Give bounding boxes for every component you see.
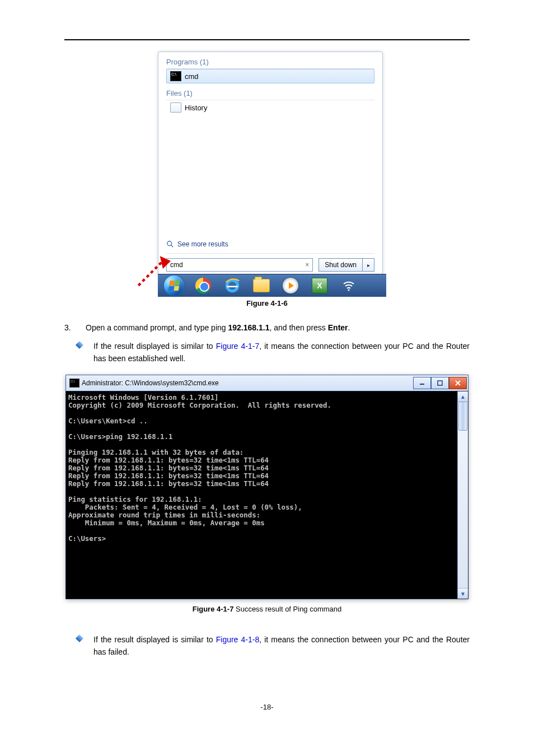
svg-point-3 (348, 290, 350, 291)
step-number: 3. (64, 323, 72, 332)
taskbar: X (158, 274, 386, 297)
bullet-success: If the result displayed is similar to Fi… (64, 340, 470, 365)
taskbar-ie-button[interactable] (218, 276, 246, 295)
start-menu-panel: Programs (1) cmd Files (1) History (158, 52, 383, 277)
folder-icon (253, 279, 270, 292)
taskbar-media-player-button[interactable] (277, 276, 305, 295)
minimize-button[interactable] (413, 377, 431, 389)
close-button[interactable] (449, 377, 467, 389)
svg-rect-7 (438, 381, 442, 385)
minimize-icon (419, 380, 425, 386)
start-menu-search-input[interactable]: cmd × (166, 258, 313, 272)
excel-icon: X (312, 278, 327, 293)
page-number: -18- (34, 703, 500, 711)
scroll-down-icon[interactable]: ▼ (458, 588, 468, 599)
cmd-title-text: Administrator: C:\Windows\system32\cmd.e… (79, 379, 413, 387)
step-text: Open a command prompt, and type ping 192… (86, 323, 350, 332)
figure-4-1-8-link[interactable]: Figure 4-1-8 (216, 635, 260, 644)
chevron-right-icon: ▸ (367, 262, 370, 268)
callout-arrow-icon (135, 249, 175, 288)
chrome-icon (195, 278, 211, 293)
taskbar-network-button[interactable] (335, 276, 363, 295)
see-more-results-link[interactable]: See more results (166, 240, 228, 248)
taskbar-explorer-button[interactable] (247, 276, 275, 295)
wifi-icon (342, 279, 355, 292)
search-value: cmd (170, 261, 305, 269)
bullet-text: If the result displayed is similar to Fi… (93, 633, 470, 658)
figure-4-1-7-link[interactable]: Figure 4-1-7 (216, 342, 260, 351)
svg-point-0 (167, 241, 172, 246)
files-item-history[interactable]: History (166, 100, 374, 115)
files-group-label: Files (1) (158, 83, 382, 100)
shutdown-button[interactable]: Shut down (318, 258, 362, 272)
cmd-scrollbar[interactable]: ▲ ▼ (457, 391, 468, 599)
shutdown-menu-arrow[interactable]: ▸ (362, 258, 374, 272)
page-top-rule (64, 39, 470, 40)
svg-line-4 (138, 261, 163, 286)
programs-item-cmd[interactable]: cmd (166, 69, 374, 83)
svg-line-1 (171, 245, 174, 248)
svg-point-2 (227, 280, 237, 291)
svg-marker-5 (160, 256, 171, 269)
step-3: 3. Open a command prompt, and type ping … (64, 323, 470, 332)
scroll-thumb[interactable] (458, 402, 467, 431)
files-item-label: History (185, 104, 207, 112)
cmd-output: Microsoft Windows [Version 6.1.7601] Cop… (66, 391, 457, 599)
maximize-button[interactable] (431, 377, 449, 389)
cmd-titlebar: Administrator: C:\Windows\system32\cmd.e… (65, 375, 469, 391)
figure-4-1-6-caption: Figure 4-1-6 (34, 299, 500, 307)
internet-explorer-icon (224, 278, 240, 293)
cmd-icon (170, 71, 181, 81)
file-icon (170, 102, 181, 113)
figure-4-1-7-caption: Figure 4-1-7 Success result of Ping comm… (34, 605, 500, 613)
scroll-up-icon[interactable]: ▲ (458, 391, 468, 402)
programs-group-label: Programs (1) (158, 52, 382, 68)
programs-item-label: cmd (185, 72, 199, 81)
close-icon (455, 380, 461, 386)
clear-search-icon[interactable]: × (305, 261, 309, 269)
figure-4-1-7: Administrator: C:\Windows\system32\cmd.e… (65, 375, 469, 599)
figure-4-1-6: Programs (1) cmd Files (1) History (147, 52, 387, 297)
bullet-failure: If the result displayed is similar to Fi… (64, 633, 470, 658)
taskbar-chrome-button[interactable] (189, 276, 217, 295)
bullet-text: If the result displayed is similar to Fi… (93, 340, 470, 365)
media-player-icon (283, 278, 298, 293)
cmd-icon (69, 379, 79, 388)
diamond-bullet-icon (76, 634, 83, 642)
maximize-icon (437, 380, 443, 386)
search-icon (166, 240, 174, 248)
shutdown-label: Shut down (325, 261, 357, 269)
diamond-bullet-icon (76, 341, 83, 349)
taskbar-excel-button[interactable]: X (306, 276, 334, 295)
see-more-results-label: See more results (177, 240, 228, 248)
